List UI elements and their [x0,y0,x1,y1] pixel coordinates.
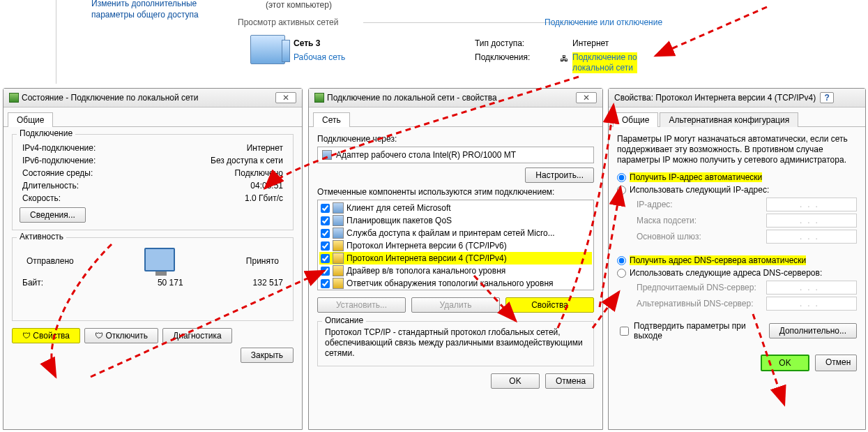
radio-ip-auto[interactable] [617,173,626,182]
view-active-networks: Просмотр активных сетей [238,17,338,27]
duration-label: Длительность: [22,181,79,191]
mask-input: ... [766,214,857,228]
group-connection-label: Подключение [17,128,75,138]
group-description: Описание Протокол TCP/IP - стандартный п… [317,321,594,366]
list-item: Клиент для сетей Microsoft [319,202,592,214]
checkbox[interactable] [321,267,330,276]
ipv4-window: Свойства: Протокол Интернета версии 4 (T… [608,88,866,430]
speed-label: Скорость: [22,193,61,203]
ipv6-icon [333,240,344,251]
configure-button[interactable]: Настроить... [525,167,594,183]
disable-button[interactable]: 🛡 Отключить [84,328,158,343]
mask-label: Маска подсети: [637,216,766,225]
ipv4-label: IPv4-подключение: [22,143,96,153]
help-button[interactable]: ? [820,92,834,103]
media-state-value: Подключено [235,168,283,178]
access-type-label: Тип доступа: [475,38,524,48]
sent-label: Отправлено [26,256,74,266]
network-type-link[interactable]: Рабочая сеть [294,52,345,62]
ip-label: IP-адрес: [637,200,766,209]
access-type-value: Интернет [572,38,609,48]
checkbox[interactable] [321,254,330,263]
radio-ip-manual[interactable] [617,186,626,195]
details-button[interactable]: Сведения... [20,207,86,223]
install-button[interactable]: Установить... [317,297,406,313]
cancel-button[interactable]: Отмена [545,373,594,389]
close-button-footer[interactable]: Закрыть [241,348,294,363]
cable-icon: 🖧 [560,54,568,64]
adapter-name: Адаптер рабочего стола Intel(R) PRO/1000… [336,150,516,160]
window-title: Подключение по локальной сети - свойства [327,93,497,103]
radio-dns-auto[interactable] [617,256,626,265]
network-center-panel: Изменить дополнительные параметры общего… [56,0,865,84]
cancel-button[interactable]: Отмен [815,355,857,371]
tab-general[interactable]: Общие [8,112,53,127]
adapter-field[interactable]: Адаптер рабочего стола Intel(R) PRO/1000… [317,147,594,163]
this-computer-label: (этот компьютер) [266,0,332,10]
list-item: Драйвер в/в тополога канального уровня [319,265,592,277]
checkbox[interactable] [321,204,330,213]
ip-input: ... [766,198,857,211]
validate-label: Подтвердить параметры при выходе [634,321,769,341]
list-item: Протокол Интернета версии 6 (TCP/IPv6) [319,239,592,252]
radio-dns-manual-label: Использовать следующие адреса DNS-сервер… [630,268,822,278]
tab-network[interactable]: Сеть [313,112,350,127]
network-name: Сеть 3 [294,38,320,48]
radio-dns-auto-label: Получить адрес DNS-сервера автоматически [630,255,806,265]
adapter-icon [322,150,332,160]
ipv6-label: IPv6-подключение: [22,156,96,165]
dns1-input: ... [766,281,857,295]
ok-button[interactable]: OK [491,373,540,389]
radio-ip-auto-label: Получить IP-адрес автоматически [630,172,762,182]
activity-icon [144,248,175,274]
close-button[interactable]: ✕ [275,92,296,103]
received-label: Принято [246,256,279,266]
checkbox[interactable] [321,229,330,238]
checkbox[interactable] [321,279,330,288]
group-connection: Подключение IPv4-подключение:Интернет IP… [12,134,294,230]
nic-icon [9,93,19,103]
window-title: Свойства: Протокол Интернета версии 4 (T… [614,93,816,103]
description-text: Протокол TCP/IP - стандартный протокол г… [325,327,586,359]
bytes-sent: 50 171 [158,278,183,288]
lltd-responder-icon [333,278,344,289]
group-activity: Активность Отправлено Принято Байт: 50 1… [12,237,294,321]
close-button[interactable]: ✕ [576,92,597,103]
qos-icon [333,215,344,226]
connect-disconnect-link[interactable]: Подключение или отключение [545,17,662,27]
file-share-icon [333,228,344,239]
ok-button[interactable]: OK [761,355,809,371]
ipv4-icon [333,253,344,264]
uninstall-button[interactable]: Удалить [411,297,500,313]
client-icon [333,202,344,214]
change-sharing-link[interactable]: Изменить дополнительные параметры общего… [91,0,199,20]
window-title: Состояние - Подключение по локальной сет… [22,93,199,103]
components-list[interactable]: Клиент для сетей Microsoft Планировщик п… [317,200,594,290]
radio-dns-manual[interactable] [617,269,626,278]
gateway-input: ... [766,230,857,244]
validate-checkbox[interactable] [620,327,629,336]
radio-ip-manual-label: Использовать следующий IP-адрес: [630,185,769,195]
tab-alternate[interactable]: Альтернативная конфигурация [660,112,798,127]
network-icon [250,35,285,66]
list-item: Планировщик пакетов QoS [319,214,592,227]
duration-value: 04:08:51 [250,181,283,191]
description-label: Описание [322,315,366,325]
dns2-input: ... [766,297,857,311]
components-label: Отмеченные компоненты используются этим … [317,187,594,197]
component-properties-button[interactable]: Свойства [505,297,594,313]
gateway-label: Основной шлюз: [637,232,766,241]
diagnose-button[interactable]: Диагностика [162,328,232,343]
lltd-driver-icon [333,265,344,276]
dns2-label: Альтернативный DNS-сервер: [637,299,766,308]
lan-connection-link[interactable]: Подключение полокальной сети [572,52,637,73]
item-label: Протокол Интернета версии 4 (TCP/IPv4) [347,253,507,263]
ipv4-value: Интернет [247,143,283,153]
item-label: Планировщик пакетов QoS [347,216,452,225]
tab-general[interactable]: Общие [613,112,658,127]
item-label: Протокол Интернета версии 6 (TCP/IPv6) [347,241,507,251]
checkbox[interactable] [321,241,330,251]
checkbox[interactable] [321,216,330,225]
advanced-button[interactable]: Дополнительно... [769,323,857,338]
properties-button[interactable]: 🛡 Свойства [12,328,80,343]
